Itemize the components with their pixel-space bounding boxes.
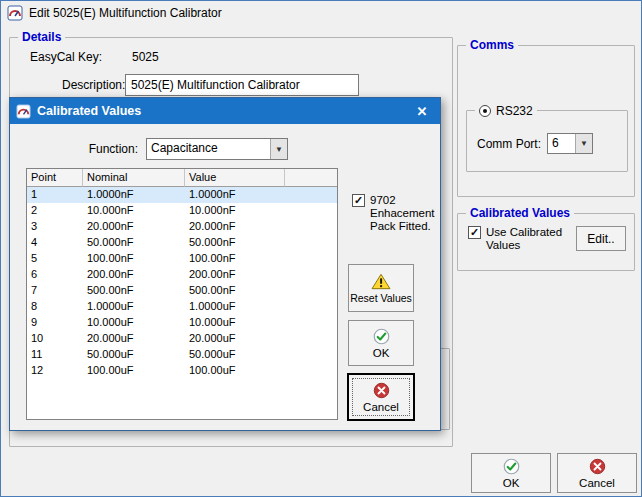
table-cell: 50.000uF (185, 347, 285, 363)
table-row[interactable]: 6200.00nF200.00nF (27, 267, 337, 283)
table-cell: 2 (27, 203, 83, 219)
table-cell: 5 (27, 251, 83, 267)
main-window: Edit 5025(E) Multifunction Calibrator De… (0, 0, 642, 497)
table-cell: 500.00nF (83, 283, 185, 299)
dialog-icon (16, 104, 31, 119)
table-cell: 12 (27, 363, 83, 379)
table-row[interactable]: 11.0000nF1.0000nF (27, 187, 337, 203)
table-cell: 1.0000nF (83, 187, 185, 203)
dialog-cancel-label: Cancel (363, 401, 399, 413)
table-cell (285, 251, 337, 267)
table-cell: 20.000nF (185, 219, 285, 235)
table-cell (285, 283, 337, 299)
column-header-point[interactable]: Point (27, 169, 83, 187)
table-cell: 4 (27, 235, 83, 251)
dialog-ok-button[interactable]: OK (348, 320, 414, 366)
column-header-nominal[interactable]: Nominal (83, 169, 185, 187)
table-cell: 1.0000uF (185, 299, 285, 315)
table-cell: 20.000uF (83, 331, 185, 347)
table-cell: 100.00nF (185, 251, 285, 267)
table-row[interactable]: 210.000nF10.000nF (27, 203, 337, 219)
easycal-key-value: 5025 (132, 50, 159, 64)
table-cell: 20.000nF (83, 219, 185, 235)
rs232-radio[interactable]: RS232 (475, 104, 537, 118)
table-cell: 7 (27, 283, 83, 299)
check-circle-icon (373, 328, 390, 345)
table-header: Point Nominal Value (27, 169, 337, 187)
table-cell (285, 331, 337, 347)
main-ok-label: OK (503, 477, 520, 489)
table-row[interactable]: 12100.00uF100.00uF (27, 363, 337, 379)
calibrated-values-group: Calibrated Values Use Calibrated Values … (457, 213, 635, 271)
use-calibrated-checkbox[interactable]: Use Calibrated Values (468, 226, 568, 252)
table-cell: 1 (27, 187, 83, 203)
table-cell: 6 (27, 267, 83, 283)
table-row[interactable]: 450.000nF50.000nF (27, 235, 337, 251)
function-select[interactable]: Capacitance ▼ (146, 138, 288, 160)
rs232-box: RS232 Comm Port: 6 ▼ (466, 110, 628, 172)
table-cell (285, 363, 337, 379)
main-titlebar[interactable]: Edit 5025(E) Multifunction Calibrator (1, 1, 641, 25)
table-cell: 200.00nF (185, 267, 285, 283)
table-row[interactable]: 81.0000uF1.0000uF (27, 299, 337, 315)
calibrated-values-dialog: Calibrated Values ✕ Function: Capacitanc… (9, 97, 441, 431)
main-cancel-label: Cancel (579, 477, 615, 489)
details-group-label: Details (18, 30, 65, 44)
table-cell (285, 203, 337, 219)
table-cell (285, 235, 337, 251)
main-window-title: Edit 5025(E) Multifunction Calibrator (29, 6, 222, 20)
reset-values-label: Reset Values (350, 292, 412, 304)
dialog-titlebar[interactable]: Calibrated Values ✕ (10, 98, 440, 124)
table-cell: 200.00nF (83, 267, 185, 283)
main-ok-button[interactable]: OK (471, 453, 551, 493)
reset-values-button[interactable]: Reset Values (348, 264, 414, 312)
function-label: Function: (80, 142, 138, 156)
checkbox-icon (468, 226, 481, 239)
table-row[interactable]: 7500.00nF500.00nF (27, 283, 337, 299)
close-button[interactable]: ✕ (404, 98, 440, 124)
chevron-down-icon: ▼ (270, 139, 287, 159)
close-icon: ✕ (417, 104, 428, 119)
enhancement-checkbox[interactable]: 9702 Enhacement Pack Fitted. (352, 194, 438, 233)
table-cell: 100.00nF (83, 251, 185, 267)
calibrated-values-group-label: Calibrated Values (466, 206, 574, 220)
dialog-cancel-button[interactable]: Cancel (348, 374, 414, 420)
description-label: Description: (62, 78, 125, 92)
table-cell: 50.000nF (83, 235, 185, 251)
app-icon (7, 5, 23, 21)
table-cell: 20.000uF (185, 331, 285, 347)
column-header-blank[interactable] (285, 169, 337, 187)
column-header-value[interactable]: Value (185, 169, 285, 187)
table-body: 11.0000nF1.0000nF210.000nF10.000nF320.00… (27, 187, 337, 379)
table-cell (285, 219, 337, 235)
radio-button-icon (479, 105, 491, 117)
x-circle-icon (373, 382, 390, 399)
table-row[interactable]: 320.000nF20.000nF (27, 219, 337, 235)
table-row[interactable]: 910.000uF10.000uF (27, 315, 337, 331)
comm-port-select[interactable]: 6 ▼ (547, 133, 593, 154)
table-cell: 8 (27, 299, 83, 315)
description-input[interactable] (125, 74, 359, 96)
table-row[interactable]: 5100.00nF100.00nF (27, 251, 337, 267)
calibrated-values-table: Point Nominal Value 11.0000nF1.0000nF210… (26, 168, 338, 420)
table-cell: 50.000nF (185, 235, 285, 251)
table-cell (285, 267, 337, 283)
table-cell (285, 299, 337, 315)
comms-group: Comms RS232 Comm Port: 6 ▼ (457, 45, 635, 197)
table-cell: 9 (27, 315, 83, 331)
main-cancel-button[interactable]: Cancel (557, 453, 637, 493)
dialog-ok-label: OK (373, 347, 390, 359)
table-row[interactable]: 1150.000uF50.000uF (27, 347, 337, 363)
table-cell: 10.000nF (83, 203, 185, 219)
table-cell: 10.000uF (185, 315, 285, 331)
table-row[interactable]: 1020.000uF20.000uF (27, 331, 337, 347)
edit-button[interactable]: Edit.. (576, 226, 626, 251)
table-cell: 10 (27, 331, 83, 347)
table-cell: 500.00nF (185, 283, 285, 299)
rs232-label: RS232 (496, 104, 533, 118)
table-cell (285, 347, 337, 363)
table-cell (285, 315, 337, 331)
comm-port-value: 6 (548, 134, 575, 153)
x-circle-icon (589, 458, 606, 475)
warning-icon (371, 273, 391, 290)
